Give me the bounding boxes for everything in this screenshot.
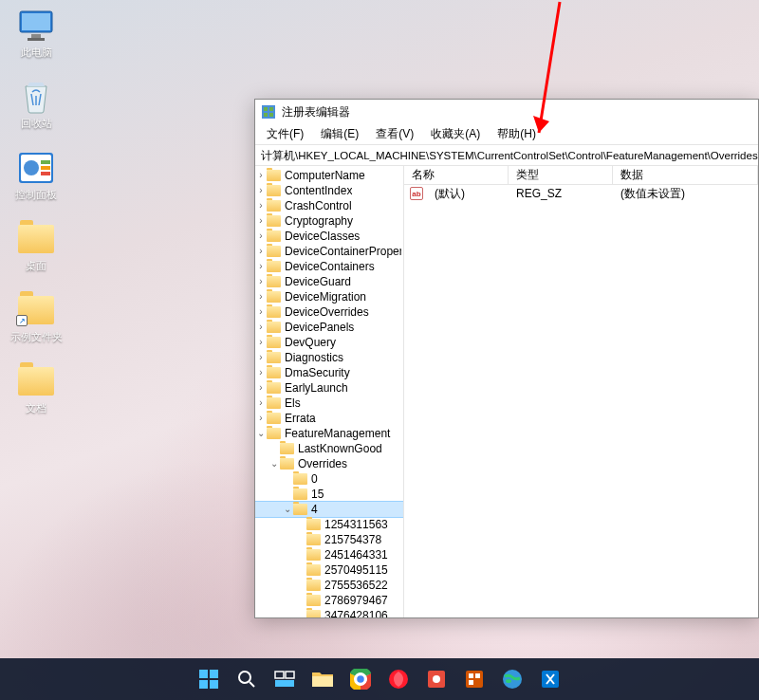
taskbar-browser-button[interactable] [382, 663, 415, 695]
taskbar-file-explorer-button[interactable] [306, 663, 339, 695]
desktop-icon-pictures[interactable]: 桌面 [9, 221, 63, 273]
chevron-right-icon[interactable]: › [255, 380, 267, 396]
tree-node[interactable]: 2451464331 [255, 547, 403, 562]
tree-node[interactable]: ⌄Overrides [255, 456, 403, 471]
folder-icon [267, 322, 281, 333]
tree-node-label: ComputerName [285, 168, 365, 183]
chevron-right-icon[interactable]: › [255, 320, 267, 335]
svg-rect-25 [275, 680, 294, 687]
desktop-icon-control-panel[interactable]: 控制面板 [9, 150, 63, 202]
taskbar-editor-button[interactable] [534, 663, 566, 695]
menu-help[interactable]: 帮助(H) [490, 124, 544, 144]
tree-node[interactable]: 0 [255, 471, 403, 487]
menu-file[interactable]: 文件(F) [259, 124, 311, 144]
tree-node[interactable]: ⌄4 [255, 502, 403, 517]
taskbar-globe-button[interactable] [496, 663, 528, 695]
tree-node-label: DeviceContainers [285, 259, 375, 274]
menu-edit[interactable]: 编辑(E) [313, 124, 366, 144]
address-bar[interactable]: 计算机\HKEY_LOCAL_MACHINE\SYSTEM\CurrentCon… [255, 145, 758, 166]
tree-node[interactable]: ›DevQuery [255, 335, 403, 350]
desktop-icon-this-pc[interactable]: 此电脑 [9, 8, 63, 60]
tree-node[interactable]: ›DeviceClasses [255, 229, 403, 244]
folder-icon [267, 276, 281, 287]
tree-node[interactable]: ›CrashControl [255, 198, 403, 213]
chevron-right-icon[interactable]: › [255, 229, 267, 244]
tree-node[interactable]: ›ContentIndex [255, 183, 403, 198]
folder-icon [267, 200, 281, 212]
tree-node[interactable]: 2755536522 [255, 578, 403, 593]
tree-node[interactable]: 2786979467 [255, 593, 403, 608]
taskbar-start-button[interactable] [193, 663, 225, 695]
tree-node[interactable]: 2570495115 [255, 562, 403, 578]
col-type[interactable]: 类型 [509, 166, 613, 184]
folder-icon [293, 473, 307, 485]
tree-node[interactable]: ›Cryptography [255, 213, 403, 229]
chevron-right-icon[interactable]: › [255, 411, 267, 426]
col-data[interactable]: 数据 [613, 166, 758, 184]
folder-icon [306, 595, 321, 606]
tree-node-label: LastKnownGood [298, 441, 382, 456]
tree-node-label: 2451464331 [324, 547, 388, 562]
value-row-default[interactable]: ab (默认) REG_SZ (数值未设置) [404, 185, 758, 202]
desktop-icon-recycle-bin[interactable]: 回收站 [9, 79, 63, 131]
chevron-down-icon[interactable]: ⌄ [268, 456, 280, 471]
folder-icon [18, 363, 54, 399]
tree-node[interactable]: LastKnownGood [255, 441, 403, 456]
svg-rect-24 [286, 672, 294, 678]
chevron-right-icon[interactable]: › [255, 244, 267, 259]
chevron-right-icon[interactable]: › [255, 289, 267, 304]
chevron-right-icon[interactable]: › [255, 213, 267, 229]
tree-node[interactable]: ›EarlyLaunch [255, 380, 403, 396]
values-panel[interactable]: 名称 类型 数据 ab (默认) REG_SZ (数值未设置) [404, 166, 758, 617]
tree-node[interactable]: ›Diagnostics [255, 350, 403, 365]
folder-icon [267, 170, 281, 181]
chevron-right-icon[interactable]: › [255, 168, 267, 183]
tree-node-label: 215754378 [324, 532, 381, 547]
chevron-right-icon[interactable]: › [255, 274, 267, 289]
titlebar[interactable]: 注册表编辑器 [255, 100, 758, 124]
chevron-down-icon[interactable]: ⌄ [282, 502, 293, 517]
chevron-right-icon[interactable]: › [255, 198, 267, 213]
menu-view[interactable]: 查看(V) [368, 124, 421, 144]
chevron-down-icon[interactable]: ⌄ [255, 426, 267, 441]
chevron-right-icon[interactable]: › [255, 396, 267, 411]
svg-rect-23 [275, 672, 284, 678]
taskbar-search-button[interactable] [231, 663, 263, 695]
tree-node[interactable]: ›Els [255, 396, 403, 411]
folder-icon [267, 246, 281, 257]
taskbar-app-button[interactable] [458, 663, 491, 695]
tree-node[interactable]: ⌄FeatureManagement [255, 426, 403, 441]
tree-node[interactable]: ›DevicePanels [255, 320, 403, 335]
col-name[interactable]: 名称 [404, 166, 509, 184]
tree-node[interactable]: ›DeviceContainerPropertyUpdate [255, 244, 403, 259]
tree-node[interactable]: 215754378 [255, 532, 403, 547]
tree-node[interactable]: 1254311563 [255, 517, 403, 532]
chevron-right-icon[interactable]: › [255, 183, 267, 198]
folder-icon [306, 519, 321, 530]
svg-point-40 [506, 679, 511, 683]
taskbar-settings-button[interactable] [420, 663, 453, 695]
svg-rect-15 [264, 113, 268, 117]
tree-node-label: 3476428106 [324, 608, 388, 617]
menu-favorites[interactable]: 收藏夹(A) [423, 124, 488, 144]
tree-node[interactable]: ›DeviceOverrides [255, 304, 403, 320]
tree-node[interactable]: 15 [255, 487, 403, 502]
tree-node[interactable]: ›DeviceGuard [255, 274, 403, 289]
tree-node[interactable]: 3476428106 [255, 608, 403, 617]
tree-node[interactable]: ›DeviceContainers [255, 259, 403, 274]
tree-node[interactable]: ›DmaSecurity [255, 365, 403, 380]
chevron-right-icon[interactable]: › [255, 350, 267, 365]
taskbar-chrome-button[interactable] [344, 663, 377, 695]
registry-editor-window: 注册表编辑器 文件(F) 编辑(E) 查看(V) 收藏夹(A) 帮助(H) 计算… [254, 99, 759, 618]
taskbar-task-view-button[interactable] [268, 663, 301, 695]
tree-panel[interactable]: ›ComputerName›ContentIndex›CrashControl›… [255, 166, 404, 617]
chevron-right-icon[interactable]: › [255, 304, 267, 320]
chevron-right-icon[interactable]: › [255, 335, 267, 350]
tree-node[interactable]: ›Errata [255, 411, 403, 426]
desktop-icon-documents[interactable]: 文档 [9, 363, 63, 415]
tree-node[interactable]: ›DeviceMigration [255, 289, 403, 304]
chevron-right-icon[interactable]: › [255, 365, 267, 380]
tree-node[interactable]: ›ComputerName [255, 168, 403, 183]
desktop-icon-shortcut-folder[interactable]: ↗ 示例文件夹 [9, 292, 63, 344]
chevron-right-icon[interactable]: › [255, 259, 267, 274]
